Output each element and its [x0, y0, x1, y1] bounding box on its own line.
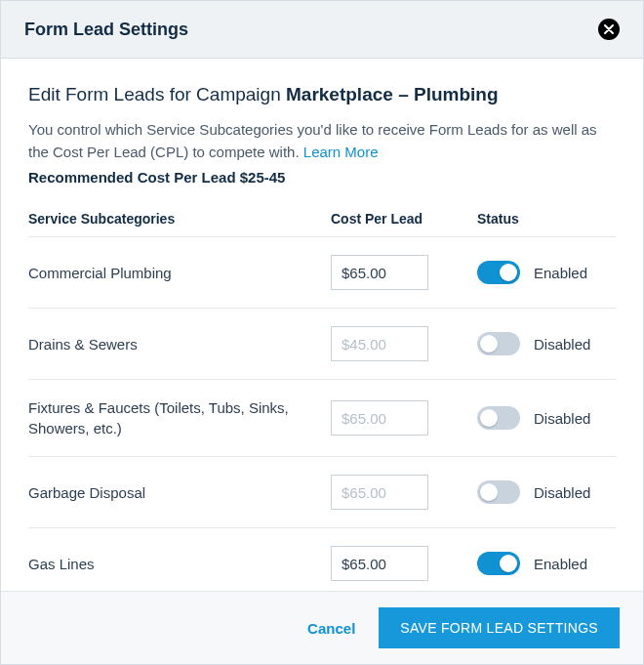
heading-prefix: Edit Form Leads for Campaign	[28, 84, 286, 104]
edit-heading: Edit Form Leads for Campaign Marketplace…	[28, 84, 616, 105]
subcategory-name: Gas Lines	[28, 554, 331, 574]
status-cell: Disabled	[477, 406, 616, 430]
status-toggle[interactable]	[477, 406, 520, 430]
status-cell: Disabled	[477, 480, 616, 504]
status-toggle[interactable]	[477, 261, 520, 284]
toggle-knob	[500, 264, 517, 281]
table-body: Commercial PlumbingEnabledDrains & Sewer…	[28, 237, 616, 591]
subcategory-name: Garbage Disposal	[28, 482, 331, 503]
cost-cell	[331, 400, 477, 436]
th-subcategory: Service Subcategories	[28, 211, 331, 227]
cost-cell	[331, 546, 477, 581]
close-button[interactable]	[598, 19, 620, 40]
learn-more-link[interactable]: Learn More	[303, 144, 379, 160]
cost-per-lead-input[interactable]	[331, 400, 428, 436]
status-cell: Enabled	[477, 261, 616, 284]
cost-per-lead-input[interactable]	[331, 255, 428, 290]
toggle-knob	[480, 335, 498, 353]
cancel-button[interactable]: Cancel	[307, 620, 355, 637]
th-cost: Cost Per Lead	[331, 211, 477, 227]
campaign-name: Marketplace – Plumbing	[286, 84, 499, 104]
status-label: Enabled	[534, 265, 587, 281]
modal-title: Form Lead Settings	[24, 20, 188, 40]
modal-body: Edit Form Leads for Campaign Marketplace…	[1, 59, 643, 591]
description: You control which Service Subcategories …	[28, 119, 616, 163]
cost-per-lead-input[interactable]	[331, 475, 428, 510]
modal-footer: Cancel SAVE FORM LEAD SETTINGS	[1, 591, 643, 664]
subcategory-name: Drains & Sewers	[28, 334, 331, 354]
table-row: Garbage DisposalDisabled	[28, 457, 616, 528]
modal: Form Lead Settings Edit Form Leads for C…	[0, 0, 644, 665]
status-toggle[interactable]	[477, 552, 520, 575]
modal-header: Form Lead Settings	[1, 1, 643, 59]
status-cell: Enabled	[477, 552, 616, 575]
toggle-knob	[500, 555, 517, 572]
cost-per-lead-input[interactable]	[331, 326, 428, 361]
table-row: Commercial PlumbingEnabled	[28, 237, 616, 309]
subcategory-name: Fixtures & Faucets (Toilets, Tubs, Sinks…	[28, 397, 331, 438]
status-cell: Disabled	[477, 332, 616, 355]
toggle-knob	[480, 409, 498, 427]
cost-cell	[331, 475, 477, 510]
table-row: Fixtures & Faucets (Toilets, Tubs, Sinks…	[28, 380, 616, 457]
table-row: Gas LinesEnabled	[28, 528, 616, 591]
cost-per-lead-input[interactable]	[331, 546, 428, 581]
status-label: Disabled	[534, 336, 590, 353]
recommended-cpl: Recommended Cost Per Lead $25-45	[28, 169, 616, 186]
toggle-knob	[480, 483, 498, 501]
table-row: Drains & SewersDisabled	[28, 309, 616, 380]
status-toggle[interactable]	[477, 332, 520, 355]
status-label: Enabled	[534, 556, 587, 572]
subcategory-name: Commercial Plumbing	[28, 263, 331, 283]
status-toggle[interactable]	[477, 480, 520, 504]
cost-cell	[331, 326, 477, 361]
th-status: Status	[477, 211, 616, 227]
close-icon	[604, 24, 614, 34]
save-button[interactable]: SAVE FORM LEAD SETTINGS	[379, 607, 620, 648]
cost-cell	[331, 255, 477, 290]
table-header-row: Service Subcategories Cost Per Lead Stat…	[28, 211, 616, 237]
status-label: Disabled	[534, 410, 590, 427]
status-label: Disabled	[534, 484, 590, 501]
